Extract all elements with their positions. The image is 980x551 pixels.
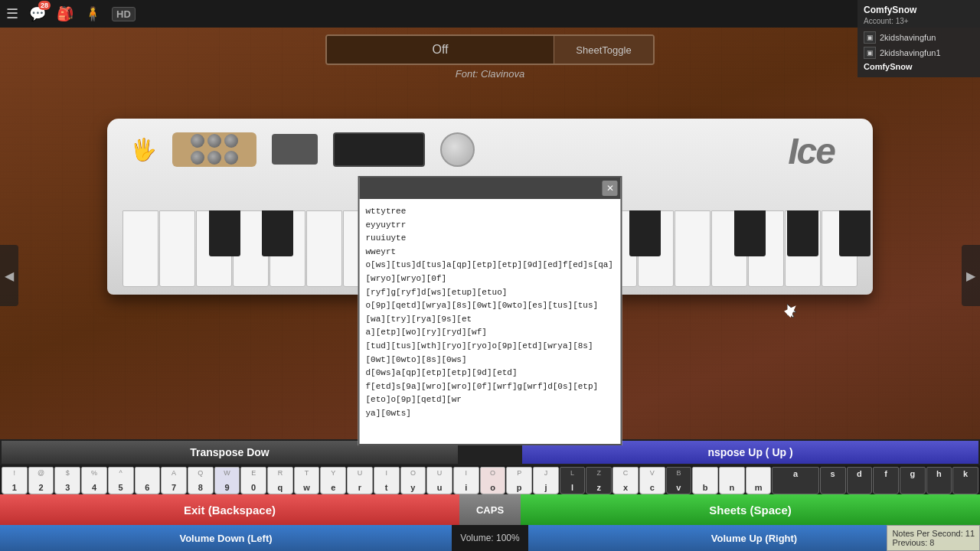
volume-down-button[interactable]: Volume Down (Left) xyxy=(0,525,452,551)
white-key xyxy=(748,210,784,287)
key-btn-u[interactable]: Uu xyxy=(426,467,452,494)
font-label: Font: Clavinova xyxy=(325,68,655,80)
exit-button[interactable]: Exit (Backspace) xyxy=(0,494,459,525)
white-key xyxy=(711,210,747,287)
sheet-line-1: wttytree xyxy=(366,205,615,219)
knob-row-1 xyxy=(191,134,204,165)
hd-badge: HD xyxy=(112,7,136,21)
key-btn-o[interactable]: Oo xyxy=(480,467,506,494)
sheet-popup-header: ✕ xyxy=(360,178,621,199)
right-panel-title: ComfySnow xyxy=(864,5,974,15)
key-btn-d[interactable]: d xyxy=(847,467,873,494)
white-key xyxy=(196,210,232,287)
key-btn-c[interactable]: Vc xyxy=(639,467,665,494)
ice-text: Ice xyxy=(788,130,835,172)
right-panel-label-1: 2kidshavingfun xyxy=(880,33,936,42)
chat-badge: 28 xyxy=(38,1,51,10)
roblox-icon-2: ▣ xyxy=(864,47,876,59)
key-btn-l[interactable]: Ll xyxy=(560,467,586,494)
right-panel-label-3: ComfySnow xyxy=(864,62,913,71)
key-btn-p[interactable]: Pp xyxy=(506,467,532,494)
key-btn-0[interactable]: E0 xyxy=(240,467,266,494)
knob-group xyxy=(172,132,256,167)
key-btn-h[interactable]: h xyxy=(926,467,952,494)
sheet-line-8: a][etp][wo][ry][ryd][wf] xyxy=(366,326,615,340)
knob-row-3 xyxy=(224,134,238,165)
key-btn-g[interactable]: g xyxy=(900,467,926,494)
key-btn-n[interactable]: n xyxy=(719,467,745,494)
sheet-toggle-container: Off SheetToggle Font: Clavinova xyxy=(325,34,655,80)
white-key xyxy=(785,210,821,287)
key-btn-i[interactable]: Ii xyxy=(453,467,479,494)
chat-icon-container[interactable]: 💬 28 xyxy=(29,5,46,22)
key-btn-x[interactable]: Cx xyxy=(612,467,639,494)
sheet-close-button[interactable]: ✕ xyxy=(603,181,618,196)
key-btn-8[interactable]: Q8 xyxy=(188,467,214,494)
nav-arrow-left[interactable]: ◀ xyxy=(0,245,18,306)
key-btn-7[interactable]: A7 xyxy=(161,467,187,494)
key-btn-j[interactable]: Jj xyxy=(533,467,559,494)
key-btn-m[interactable]: m xyxy=(746,467,772,494)
sheet-line-3: ruuiuyte xyxy=(366,232,615,246)
round-control xyxy=(440,132,475,167)
sheet-toggle-bar: Off SheetToggle xyxy=(325,34,655,65)
sheet-line-7: o[9p][qetd][wrya][8s][0wt][0wto][es][tus… xyxy=(366,299,615,326)
white-key xyxy=(306,210,342,287)
top-bar: ☰ 💬 28 🎒 🧍 HD xyxy=(0,0,980,28)
key-btn-6[interactable]: 6 xyxy=(135,467,161,494)
white-key xyxy=(122,210,158,287)
volume-center-display: Volume: 100% xyxy=(452,525,528,551)
key-btn-3[interactable]: $3 xyxy=(54,467,80,494)
key-btn-5[interactable]: ^5 xyxy=(108,467,134,494)
white-key xyxy=(638,210,674,287)
knob-4 xyxy=(207,151,221,165)
key-btn-t[interactable]: It xyxy=(374,467,400,494)
key-btn-y[interactable]: Oy xyxy=(400,467,426,494)
caps-button[interactable]: CAPS xyxy=(459,494,521,525)
knob-6 xyxy=(224,151,238,165)
nav-arrow-right[interactable]: ▶ xyxy=(962,245,980,306)
white-key xyxy=(822,210,858,287)
key-btn-z[interactable]: Zz xyxy=(586,467,612,494)
white-key xyxy=(233,210,269,287)
notes-info: Notes Per Second: 11 Previous: 8 xyxy=(887,525,980,551)
bottom-buttons-row: Exit (Backspace) CAPS Sheets (Space) xyxy=(0,494,980,525)
key-btn-2[interactable]: @2 xyxy=(28,467,54,494)
sheet-line-9: [tud][tus][wth][ryo][ryo]o[9p][etd][wrya… xyxy=(366,340,615,367)
sheets-button[interactable]: Sheets (Space) xyxy=(521,494,980,525)
sheet-toggle-button[interactable]: SheetToggle xyxy=(554,36,653,64)
character-icon[interactable]: 🧍 xyxy=(84,5,101,22)
key-btn-1[interactable]: !1 xyxy=(2,467,28,494)
sheet-line-11: f[etd]s[9a][wro][wro][0f][wrf]g[wrf]d[0s… xyxy=(366,380,615,407)
key-btn-k[interactable]: k xyxy=(952,467,978,494)
menu-icon[interactable]: ☰ xyxy=(6,5,18,22)
key-btn-9[interactable]: W9 xyxy=(214,467,240,494)
sheet-line-6: [ryf]g[ryf]d[ws][etup][etuo] xyxy=(366,286,615,300)
top-bar-left: ☰ 💬 28 🎒 🧍 HD xyxy=(6,5,136,22)
key-btn-s[interactable]: s xyxy=(820,467,846,494)
key-btn-4[interactable]: %4 xyxy=(81,467,107,494)
right-panel-item-2: ▣ 2kidshavingfun1 xyxy=(864,45,974,60)
key-btn-q[interactable]: Rq xyxy=(267,467,293,494)
key-btn-a[interactable]: a xyxy=(772,467,818,494)
knob-1 xyxy=(191,134,204,148)
right-panel-subtitle: Account: 13+ xyxy=(864,17,974,25)
key-btn-e[interactable]: Ye xyxy=(320,467,346,494)
key-btn-b[interactable]: b xyxy=(692,467,718,494)
bag-icon[interactable]: 🎒 xyxy=(57,5,74,22)
notes-previous: Previous: 8 xyxy=(892,538,975,547)
sheet-line-4: wweyrt xyxy=(366,246,615,259)
knob-5 xyxy=(224,134,238,148)
key-btn-r[interactable]: Ur xyxy=(347,467,373,494)
sheet-line-2: eyyuytrr xyxy=(366,219,615,233)
key-btn-f[interactable]: f xyxy=(873,467,899,494)
key-btn-w[interactable]: Tw xyxy=(294,467,320,494)
keyboard-top-panel: 🖐 xyxy=(130,126,850,172)
screen-block xyxy=(333,132,425,167)
right-panel-label-2: 2kidshavingfun1 xyxy=(880,48,941,57)
hand-symbol: 🖐 xyxy=(130,137,157,162)
key-btn-v[interactable]: Bv xyxy=(666,467,692,494)
sheet-line-5: o[ws][tus]d[tus]a[qp][etp][etp][9d][ed]f… xyxy=(366,259,615,285)
notes-per-second: Notes Per Second: 11 xyxy=(892,529,975,538)
sheet-content: wttytree eyyuytrr ruuiuyte wweyrt o[ws][… xyxy=(360,199,621,444)
